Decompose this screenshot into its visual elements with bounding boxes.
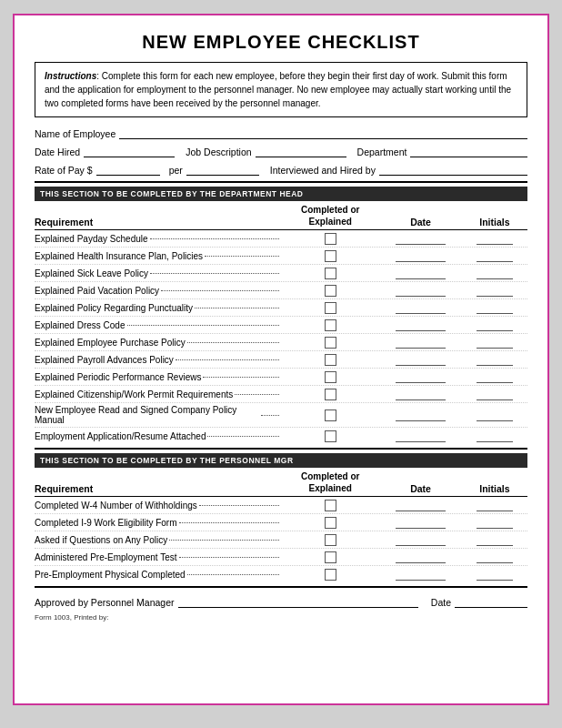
instructions-box: Instructions: Complete this form for eac… [35,62,527,117]
section2-col-headers: Requirement Completed or Explained Date … [35,468,527,497]
table-row: Explained Employee Purchase Policy [35,334,527,351]
initials-cell [462,388,527,400]
section1-col-headers: Requirement Completed or Explained Date … [35,201,527,230]
checkbox[interactable] [325,268,336,279]
table-row: Administered Pre-Employment Test [35,549,527,566]
req-text: Explained Paid Vacation Policy [35,286,281,296]
checkbox[interactable] [325,337,336,349]
checkbox[interactable] [325,534,336,546]
date-line [396,388,446,400]
table-row: Explained Periodic Performance Reviews [35,369,527,386]
table-row: Completed W-4 Number of Withholdings [35,497,527,514]
initials-line [477,284,513,297]
col-req-label: Requirement [35,217,281,228]
rate-label: Rate of Pay $ [35,165,93,176]
checkbox[interactable] [325,500,336,511]
req-text: Explained Health Insurance Plan, Policie… [35,251,281,261]
department-label: Department [357,147,407,157]
name-input-line [119,126,527,139]
checkbox[interactable] [325,233,336,245]
req-dots [261,415,279,416]
date-line [396,232,446,245]
checkbox-cell [281,337,379,349]
req-text: Explained Employee Purchase Policy [35,338,281,348]
date-cell [379,409,461,421]
date-job-dept-row: Date Hired Job Description Department [35,145,527,157]
date-line [396,551,446,563]
interviewed-line [379,163,527,176]
checkbox[interactable] [325,285,336,297]
req-dots [235,394,279,395]
checkbox-cell [281,430,379,442]
initials-line [477,232,513,245]
checkbox[interactable] [325,371,336,383]
page: NEW EMPLOYEE CHECKLIST Instructions: Com… [13,14,549,705]
date-footer-label: Date [431,597,451,608]
checkbox[interactable] [325,551,336,563]
checkbox[interactable] [325,302,336,314]
date-cell [379,388,461,400]
date-hired-label: Date Hired [35,147,80,157]
checkbox[interactable] [325,410,336,421]
date-cell [379,249,461,262]
checkbox-cell [281,319,379,331]
req-text: Explained Payroll Advances Policy [35,355,281,365]
initials-line [477,370,513,383]
date-line [396,267,446,279]
req-dots [169,540,279,541]
date-cell [379,267,461,279]
date-line [396,249,446,262]
req-text: Explained Sick Leave Policy [35,268,281,278]
checkbox-cell [281,551,379,563]
date-cell [379,284,461,297]
instructions-bold: Instructions [45,71,96,81]
date-cell [379,551,461,563]
initials-line [477,568,513,581]
date-cell [379,533,461,546]
table-row: Explained Payroll Advances Policy [35,351,527,369]
col2-req-label: Requirement [35,483,281,494]
form-footer: Form 1003, Printed by: [35,613,527,622]
initials-cell [462,301,527,314]
divider-2 [35,448,527,450]
date-hired-line [84,145,175,157]
checkbox-cell [281,500,379,511]
checkbox[interactable] [325,569,336,581]
checkbox-cell [281,250,379,262]
checkbox[interactable] [325,250,336,262]
req-text: Explained Periodic Performance Reviews [35,372,281,382]
initials-line [477,430,513,442]
date-line [396,533,446,546]
req-text: Explained Citizenship/Work Permit Requir… [35,389,281,399]
date-cell [379,568,461,581]
checkbox-cell [281,389,379,400]
department-line [410,145,527,157]
req-dots [203,377,279,378]
date-cell [379,499,461,511]
initials-line [477,409,513,421]
table-row: Pre-Employment Physical Completed [35,566,527,582]
initials-cell [462,318,527,331]
checkbox[interactable] [325,354,336,366]
date-cell [379,232,461,245]
req-text: Asked if Questions on Any Policy [35,535,281,545]
date-cell [379,336,461,349]
col-date-label: Date [379,217,461,228]
checkbox[interactable] [325,389,336,400]
initials-line [477,516,513,529]
col2-date-label: Date [379,483,461,494]
initials-line [477,388,513,400]
checkbox[interactable] [325,517,336,529]
rate-row: Rate of Pay $ per Interviewed and Hired … [35,163,527,176]
checkbox[interactable] [325,319,336,331]
initials-line [477,249,513,262]
col-completed-label: Completed or Explained [281,204,379,228]
table-row: Explained Dress Code [35,317,527,334]
req-dots [207,436,279,437]
checkbox[interactable] [325,430,336,442]
initials-line [477,301,513,314]
col2-initials-label: Initials [462,483,527,494]
date-line [396,301,446,314]
initials-cell [462,336,527,349]
section1-items: Explained Payday Schedule Explained Heal… [35,230,527,444]
